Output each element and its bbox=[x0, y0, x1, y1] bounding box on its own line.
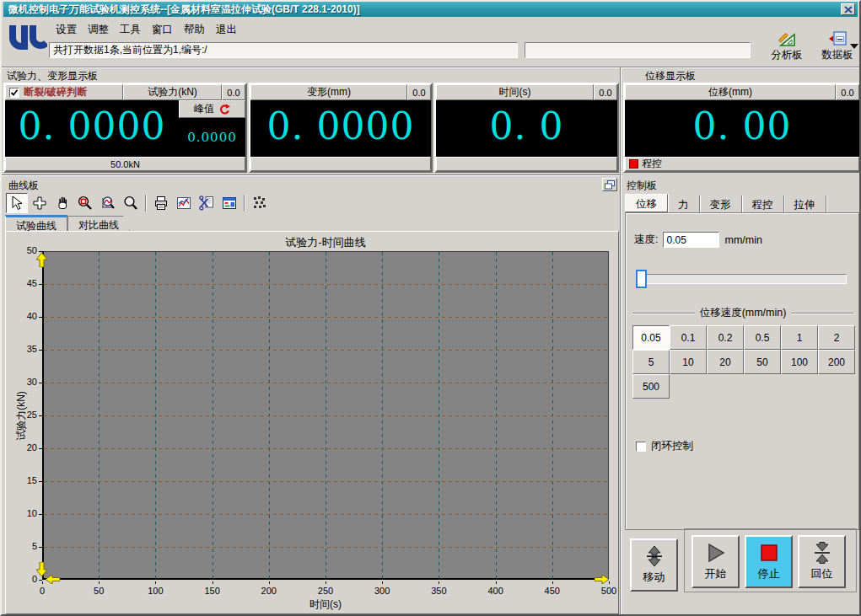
print-icon bbox=[153, 196, 169, 211]
y-tick-label: 50 bbox=[13, 245, 37, 255]
chart-toolbar bbox=[6, 192, 271, 214]
speed-label: 速度: bbox=[634, 233, 658, 247]
menu-item-help[interactable]: 帮助 bbox=[184, 23, 205, 36]
pan-hand-icon bbox=[55, 196, 70, 211]
menu-item-tools[interactable]: 工具 bbox=[120, 23, 141, 36]
stop-button[interactable]: 停止 bbox=[745, 535, 793, 588]
deform-unit-button[interactable]: 变形(mm) bbox=[250, 84, 407, 100]
speed-option-200[interactable]: 200 bbox=[818, 350, 855, 374]
restore-panel-button[interactable] bbox=[602, 178, 617, 191]
tab-deform[interactable]: 变形 bbox=[700, 196, 742, 212]
speed-group-header: 位移速度(mm/min) bbox=[632, 306, 853, 320]
status-field-secondary[interactable] bbox=[525, 42, 751, 58]
tab-program[interactable]: 程控 bbox=[742, 196, 784, 212]
print-button[interactable] bbox=[150, 193, 172, 213]
x-axis-right-arrow-icon bbox=[595, 575, 609, 584]
move-crosshair-button[interactable] bbox=[29, 193, 51, 213]
start-button[interactable]: 开始 bbox=[691, 535, 740, 588]
tab-test-curve[interactable]: 试验曲线 bbox=[5, 215, 67, 231]
chart-title: 试验力-时间曲线 bbox=[42, 235, 609, 250]
break-detect-label: 断裂/破碎判断 bbox=[24, 85, 87, 99]
data-board-icon bbox=[222, 196, 237, 211]
tab-displacement[interactable]: 位移 bbox=[625, 194, 668, 212]
tick-mark bbox=[39, 547, 42, 548]
speed-option-100[interactable]: 100 bbox=[781, 350, 818, 374]
tick-mark bbox=[382, 581, 383, 584]
speed-slider-track[interactable] bbox=[639, 274, 847, 284]
pattern-grid-button[interactable] bbox=[249, 193, 271, 213]
x-tick-label: 50 bbox=[84, 586, 113, 596]
x-tick-label: 400 bbox=[482, 586, 510, 596]
header-bar: 设置调整工具窗口帮助退出 分析板 数据板 bbox=[3, 17, 858, 67]
tab-tensile[interactable]: 拉伸 bbox=[784, 196, 826, 212]
chevron-down-icon[interactable] bbox=[850, 44, 858, 49]
x-tick-label: 450 bbox=[538, 586, 567, 596]
close-button[interactable] bbox=[841, 3, 855, 15]
menu-item-window[interactable]: 窗口 bbox=[152, 23, 173, 36]
time-footer bbox=[436, 157, 617, 171]
data-board-button[interactable] bbox=[218, 193, 240, 213]
snip-export-button[interactable] bbox=[196, 193, 218, 213]
analyze-panel-button[interactable]: 分析板 bbox=[761, 27, 813, 62]
pan-hand-button[interactable] bbox=[51, 193, 73, 213]
time-unit-button[interactable]: 时间(s) bbox=[436, 84, 594, 100]
magnifier-button[interactable] bbox=[120, 193, 142, 213]
zoom-curve-button[interactable] bbox=[97, 193, 119, 213]
speed-option-5[interactable]: 5 bbox=[632, 350, 670, 374]
speed-group-label: 位移速度(mm/min) bbox=[700, 306, 787, 320]
tab-force[interactable]: 力 bbox=[668, 196, 700, 212]
tick-mark bbox=[269, 581, 270, 584]
break-detect-checkbox[interactable]: 断裂/破碎判断 bbox=[5, 84, 123, 100]
select-cursor-button[interactable] bbox=[6, 193, 28, 213]
divider-line bbox=[791, 313, 853, 314]
displacement-value-display: 0. 00 bbox=[625, 100, 859, 157]
speed-option-0.1[interactable]: 0.1 bbox=[670, 325, 707, 350]
y-axis-up-arrow-icon bbox=[36, 253, 47, 267]
speed-option-50[interactable]: 50 bbox=[744, 350, 781, 374]
gridline bbox=[44, 448, 608, 449]
speed-option-2[interactable]: 2 bbox=[818, 325, 855, 350]
force-unit-button[interactable]: 试验力(kN) bbox=[123, 84, 222, 100]
speed-option-500[interactable]: 500 bbox=[632, 374, 670, 399]
x-tick-label: 300 bbox=[368, 586, 396, 596]
force-range-label: 50.0kN bbox=[5, 157, 245, 171]
x-axis-left-arrow-icon bbox=[46, 575, 60, 584]
menu-item-adjust[interactable]: 调整 bbox=[88, 23, 109, 36]
refresh-icon bbox=[218, 104, 230, 115]
displacement-unit-button[interactable]: 位移(mm) bbox=[625, 84, 836, 100]
move-button[interactable]: 移动 bbox=[630, 538, 678, 592]
displacement-rate-readout: 0.0 bbox=[836, 84, 859, 100]
tick-mark bbox=[39, 317, 42, 318]
home-button[interactable]: 回位 bbox=[798, 535, 846, 588]
tab-compare-curve[interactable]: 对比曲线 bbox=[67, 216, 130, 231]
curve-tab-strip: 试验曲线对比曲线 bbox=[5, 215, 130, 231]
stop-label: 停止 bbox=[758, 566, 780, 581]
speed-option-0.2[interactable]: 0.2 bbox=[707, 325, 744, 350]
brand-logo bbox=[8, 22, 47, 61]
zoom-box-button[interactable] bbox=[74, 193, 96, 213]
closed-loop-checkbox[interactable] bbox=[636, 442, 646, 452]
speed-option-0.5[interactable]: 0.5 bbox=[744, 325, 781, 350]
force-rate-readout: 0.0 bbox=[222, 84, 245, 100]
speed-option-10[interactable]: 10 bbox=[670, 350, 707, 374]
data-panel-icon bbox=[828, 30, 847, 47]
control-tab-strip: 位移力变形程控拉伸 bbox=[625, 194, 859, 212]
deform-value-display: 0. 0000 bbox=[250, 100, 431, 157]
status-input[interactable] bbox=[49, 42, 518, 58]
menu-item-settings[interactable]: 设置 bbox=[56, 23, 77, 36]
speed-input[interactable] bbox=[663, 232, 719, 248]
speed-option-20[interactable]: 20 bbox=[707, 350, 744, 374]
action-buttons: 移动 开始 停止 bbox=[623, 533, 861, 609]
peak-reset-button[interactable]: 峰值 bbox=[179, 100, 245, 118]
tick-mark bbox=[439, 581, 439, 584]
speed-option-1[interactable]: 1 bbox=[781, 325, 818, 350]
menu-item-exit[interactable]: 退出 bbox=[216, 23, 237, 36]
speed-slider-thumb[interactable] bbox=[636, 270, 647, 288]
y-tick-label: 10 bbox=[13, 508, 37, 518]
deform-footer bbox=[250, 157, 431, 171]
speed-option-0.05[interactable]: 0.05 bbox=[632, 325, 670, 350]
tick-mark bbox=[155, 581, 156, 584]
divider-line bbox=[632, 313, 695, 314]
curve-view-button[interactable] bbox=[173, 193, 195, 213]
y-tick-label: 5 bbox=[13, 541, 37, 551]
